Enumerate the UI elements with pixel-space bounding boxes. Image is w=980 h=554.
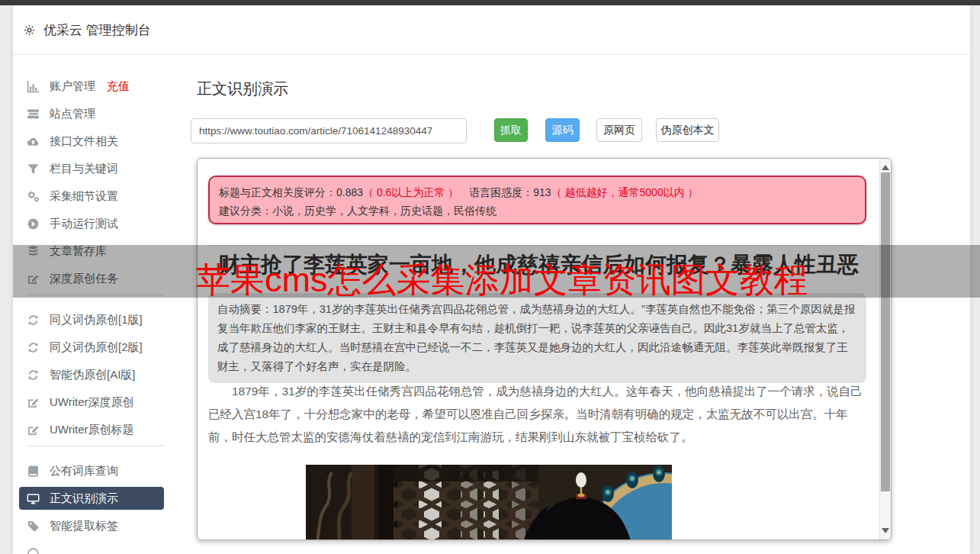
sidebar-item-label: 同义词伪原创[2版] [50, 340, 143, 355]
app-header: 优采云 管理控制台 [13, 5, 970, 55]
server-icon [27, 108, 40, 121]
sidebar-item-columns-keywords[interactable]: 栏目与关键词 [19, 157, 164, 180]
sidebar-item-label: UWriter深度原创 [50, 395, 134, 410]
url-input[interactable] [191, 118, 467, 143]
auto-summary-box: 自动摘要：1879年，31岁的李莲英出任储秀宫四品花翎总管，成为慈禧身边的大红人… [208, 293, 866, 383]
browser-top-strip [0, 0, 980, 5]
perplexity-score: 语言困惑度：913 [469, 186, 551, 198]
bar-chart-icon [27, 80, 40, 93]
sidebar-item-label: 公有词库查询 [50, 464, 118, 478]
sidebar-item-label: 正文识别演示 [50, 491, 118, 506]
sidebar-item-label: 采集细节设置 [50, 189, 118, 204]
edit-icon [27, 396, 40, 409]
play-circle-icon [27, 217, 40, 230]
original-page-button[interactable]: 原网页 [596, 118, 642, 142]
article-paragraph: 1879年，31岁的李莲英出任储秀宫四品花翎总管，成为慈禧身边的大红人。这年春天… [208, 380, 866, 449]
sidebar-item-uwriter-deep[interactable]: UWriter深度原创 [19, 391, 164, 414]
relevance-score: 标题与正文相关度评分：0.883 [219, 186, 363, 198]
monitor-icon [27, 492, 40, 505]
perplexity-note: （ 越低越好，通常5000以内 ） [551, 186, 699, 198]
sidebar-item-sites[interactable]: 站点管理 [19, 102, 164, 125]
refresh-icon [27, 341, 40, 354]
sidebar-item-public-dictionary[interactable]: 公有词库查询 [19, 459, 164, 482]
sidebar-item-manual-test[interactable]: 手动运行测试 [19, 212, 164, 235]
scroll-down-arrow-icon[interactable] [882, 528, 889, 533]
source-button[interactable]: 源码 [545, 118, 580, 142]
sidebar: 账户管理 充值 站点管理 接口文件相关 栏目与关键词 采集细节设置 手动运 [13, 56, 184, 554]
sidebar-item-label: 账户管理 [50, 79, 95, 94]
alert-line-scores: 标题与正文相关度评分：0.883（ 0.6以上为正常 ）语言困惑度：913（ 越… [219, 183, 856, 201]
relevance-note: （ 0.6以上为正常 ） [363, 186, 458, 198]
scrollbar-thumb[interactable] [881, 172, 890, 491]
sidebar-item-content-recognition-demo[interactable]: 正文识别演示 [19, 487, 164, 510]
scroll-up-arrow-icon[interactable] [882, 165, 889, 170]
edit-icon [27, 424, 40, 436]
watermark-text: 苹果cms怎么采集添加文章资讯图文教程 [196, 263, 808, 297]
refresh-icon [27, 369, 40, 382]
analysis-alert: 标题与正文相关度评分：0.883（ 0.6以上为正常 ）语言困惑度：913（ 越… [208, 176, 866, 224]
sidebar-item-label: 智能伪原创[AI版] [50, 368, 136, 382]
panel-scrollbar[interactable] [879, 159, 891, 540]
page-title: 正文识别演示 [197, 79, 288, 99]
alert-line-category: 建议分类：小说，历史学，人文学科，历史话题，民俗传统 [219, 201, 856, 220]
app-window: 优采云 管理控制台 账户管理 充值 站点管理 接口文件相关 栏目与关键词 [0, 0, 980, 554]
sidebar-item-interface-files[interactable]: 接口文件相关 [19, 130, 164, 153]
article-photo [306, 465, 672, 540]
sidebar-divider [27, 446, 164, 446]
sidebar-item-label: UWriter原创标题 [50, 423, 134, 437]
refresh-icon [27, 314, 40, 327]
recharge-badge[interactable]: 充值 [107, 79, 130, 94]
cloud-upload-icon [27, 135, 40, 148]
generic-icon [27, 547, 40, 554]
sidebar-item-uwriter-title[interactable]: UWriter原创标题 [19, 418, 164, 441]
tag-icon [27, 520, 40, 533]
gear-icon [23, 24, 36, 37]
book-icon [27, 465, 40, 478]
sidebar-item-cutoff[interactable] [19, 542, 164, 554]
sidebar-item-label: 接口文件相关 [50, 134, 118, 149]
app-title: 优采云 管理控制台 [43, 21, 151, 39]
sidebar-item-synonym-v1[interactable]: 同义词伪原创[1版] [19, 308, 164, 331]
sidebar-item-account[interactable]: 账户管理 充值 [19, 75, 164, 98]
sidebar-item-label: 同义词伪原创[1版] [50, 313, 143, 327]
sidebar-item-label: 站点管理 [50, 107, 95, 121]
sidebar-item-collect-settings[interactable]: 采集细节设置 [19, 185, 164, 208]
sidebar-item-label: 栏目与关键词 [50, 162, 118, 176]
sidebar-item-smart-tags[interactable]: 智能提取标签 [19, 514, 164, 537]
sidebar-item-label: 智能提取标签 [50, 519, 118, 533]
filter-icon [27, 163, 40, 176]
pseudo-original-button[interactable]: 伪原创本文 [656, 118, 719, 142]
sidebar-item-ai-pseudo[interactable]: 智能伪原创[AI版] [19, 363, 164, 386]
sidebar-item-synonym-v2[interactable]: 同义词伪原创[2版] [19, 336, 164, 359]
gears-icon [27, 190, 40, 203]
sidebar-item-label: 手动运行测试 [50, 217, 118, 231]
fetch-button[interactable]: 抓取 [494, 118, 528, 142]
result-panel: 标题与正文相关度评分：0.883（ 0.6以上为正常 ）语言困惑度：913（ 越… [197, 158, 892, 540]
